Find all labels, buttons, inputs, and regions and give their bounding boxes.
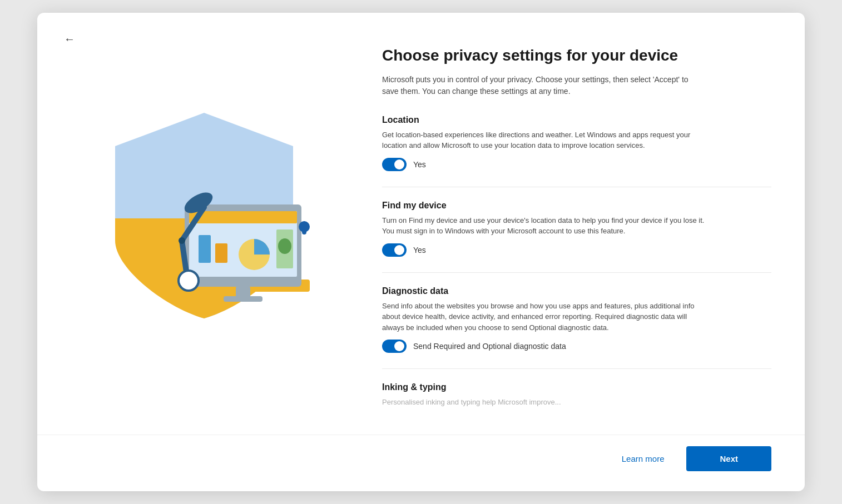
illustration-panel	[37, 35, 371, 435]
svg-point-8	[278, 238, 291, 254]
next-button[interactable]: Next	[686, 446, 771, 471]
inking-typing-setting: Inking & typing Personalised inking and …	[382, 382, 771, 408]
inking-typing-desc: Personalised inking and typing help Micr…	[382, 397, 705, 408]
location-title: Location	[382, 115, 771, 125]
location-setting: Location Get location-based experiences …	[382, 115, 771, 171]
divider-2	[382, 272, 771, 273]
location-toggle-label: Yes	[413, 160, 426, 169]
find-my-device-toggle[interactable]	[382, 243, 407, 257]
svg-rect-3	[189, 211, 297, 223]
divider-3	[382, 368, 771, 369]
svg-point-10	[302, 230, 306, 234]
svg-point-16	[179, 271, 199, 291]
svg-point-17	[179, 237, 185, 244]
inking-typing-title: Inking & typing	[382, 382, 771, 392]
footer: Learn more Next	[37, 435, 805, 491]
svg-rect-5	[215, 243, 227, 263]
diagnostic-data-setting: Diagnostic data Send info about the webs…	[382, 286, 771, 353]
learn-more-button[interactable]: Learn more	[613, 450, 673, 468]
svg-rect-12	[224, 296, 262, 302]
diagnostic-data-toggle[interactable]	[382, 340, 407, 353]
page-subtitle: Microsoft puts you in control of your pr…	[382, 74, 705, 97]
find-my-device-toggle-label: Yes	[413, 246, 426, 255]
diagnostic-data-toggle-label: Send Required and Optional diagnostic da…	[413, 342, 566, 351]
settings-panel: Choose privacy settings for your device …	[371, 35, 805, 435]
diagnostic-data-toggle-row: Send Required and Optional diagnostic da…	[382, 340, 771, 353]
privacy-illustration	[87, 96, 321, 330]
main-window: ←	[37, 13, 805, 491]
svg-rect-4	[199, 235, 211, 263]
diagnostic-data-title: Diagnostic data	[382, 286, 771, 296]
back-icon: ←	[64, 33, 75, 45]
find-my-device-setting: Find my device Turn on Find my device an…	[382, 201, 771, 257]
back-button[interactable]: ←	[60, 31, 80, 48]
page-title: Choose privacy settings for your device	[382, 46, 771, 65]
location-toggle[interactable]	[382, 158, 407, 171]
content-area: Choose privacy settings for your device …	[37, 13, 805, 435]
find-my-device-desc: Turn on Find my device and use your devi…	[382, 215, 705, 237]
divider-1	[382, 187, 771, 187]
location-desc: Get location-based experiences like dire…	[382, 129, 705, 151]
find-my-device-toggle-row: Yes	[382, 243, 771, 257]
find-my-device-title: Find my device	[382, 201, 771, 211]
location-toggle-row: Yes	[382, 158, 771, 171]
diagnostic-data-desc: Send info about the websites you browse …	[382, 301, 705, 333]
